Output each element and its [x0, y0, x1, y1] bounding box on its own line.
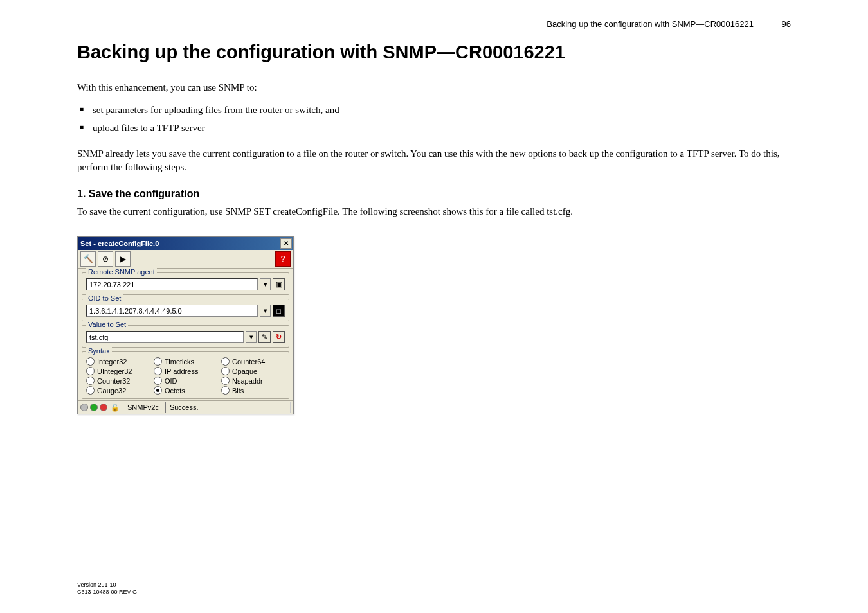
dialog-statusbar: 🔓 SNMPv2c Success. [78, 400, 293, 414]
radio-label: Bits [232, 387, 244, 395]
chevron-down-icon: ▾ [264, 280, 267, 289]
remote-agent-label: Remote SNMP agent [86, 268, 157, 276]
footer-version: Version 291-10 [77, 582, 137, 589]
status-led-1 [80, 404, 88, 411]
value-value: tst.cfg [89, 333, 108, 341]
syntax-label: Syntax [86, 347, 112, 355]
bullet-list: set parameters for uploading files from … [77, 102, 791, 136]
radio-label: Counter64 [232, 358, 265, 366]
dialog-toolbar: 🔨 ⊘ ▶ ? [78, 250, 293, 269]
oid-group: OID to Set 1.3.6.1.4.1.207.8.4.4.4.49.5.… [82, 299, 289, 321]
radio-nsapaddr[interactable]: Nsapaddr [221, 377, 285, 385]
syntax-group: Syntax Integer32 Timeticks Counter64 UIn… [82, 351, 289, 399]
oid-input[interactable]: 1.3.6.1.4.1.207.8.4.4.4.49.5.0 [86, 305, 258, 317]
value-edit-button[interactable]: ✎ [258, 331, 271, 343]
radio-counter64[interactable]: Counter64 [221, 357, 285, 366]
refresh-icon: ↻ [276, 333, 282, 341]
close-icon: ✕ [284, 240, 289, 247]
page-footer: Version 291-10 C613-10488-00 REV G [77, 582, 137, 596]
square-icon: □ [276, 307, 281, 315]
value-group: Value to Set tst.cfg ▾ ✎ ↻ [82, 325, 289, 348]
chevron-down-icon: ▾ [264, 306, 267, 315]
page-title: Backing up the configuration with SNMP—C… [77, 42, 791, 63]
stop-icon: ⊘ [102, 254, 109, 263]
chevron-down-icon: ▾ [249, 333, 253, 341]
remote-agent-browse-button[interactable]: ▣ [273, 278, 285, 290]
status-message-cell: Success. [165, 402, 291, 413]
oid-browse-button[interactable]: □ [273, 305, 285, 317]
status-led-2 [90, 404, 98, 411]
radio-bits[interactable]: Bits [221, 386, 285, 395]
lock-icon: 🔓 [111, 404, 120, 412]
status-message-text: Success. [170, 404, 199, 411]
radio-opaque[interactable]: Opaque [221, 367, 285, 375]
radio-label: Counter32 [97, 377, 130, 385]
value-refresh-button[interactable]: ↻ [273, 331, 285, 343]
help-icon: ? [281, 254, 285, 263]
oid-dropdown[interactable]: ▾ [260, 305, 271, 317]
syntax-radio-grid: Integer32 Timeticks Counter64 UInteger32… [86, 357, 285, 395]
snmp-version-text: SNMPv2c [127, 404, 159, 411]
running-header: Backing up the configuration with SNMP—C… [77, 19, 791, 29]
bullet-item: set parameters for uploading files from … [77, 102, 791, 118]
toolbar-button-help[interactable]: ? [275, 251, 291, 267]
radio-uinteger32[interactable]: UInteger32 [86, 367, 150, 375]
dialog-title: Set - createConfigFile.0 [80, 240, 159, 247]
radio-octets[interactable]: Octets [154, 386, 217, 395]
radio-timeticks[interactable]: Timeticks [154, 357, 217, 366]
value-label: Value to Set [86, 321, 128, 328]
running-title: Backing up the configuration with SNMP—C… [547, 19, 754, 29]
status-led-3 [100, 404, 107, 411]
remote-agent-group: Remote SNMP agent 172.20.73.221 ▾ ▣ [82, 272, 289, 295]
remote-agent-value: 172.20.73.221 [89, 281, 134, 289]
radio-integer32[interactable]: Integer32 [86, 357, 150, 366]
radio-label: Octets [165, 387, 185, 395]
snmp-version-cell: SNMPv2c [123, 402, 163, 413]
value-dropdown[interactable]: ▾ [246, 331, 257, 343]
radio-counter32[interactable]: Counter32 [86, 377, 150, 385]
intro-paragraph: With this enhancement, you can use SNMP … [77, 81, 791, 94]
hammer-icon: 🔨 [84, 254, 93, 263]
oid-label: OID to Set [86, 294, 123, 302]
step-text: To save the current configuration, use S… [77, 205, 791, 218]
bullet-item: upload files to a TFTP server [77, 120, 791, 136]
toolbar-button-3[interactable]: ▶ [115, 251, 131, 267]
oid-value: 1.3.6.1.4.1.207.8.4.4.4.49.5.0 [89, 307, 182, 315]
step-heading: 1. Save the configuration [77, 188, 791, 200]
radio-label: Gauge32 [97, 387, 126, 395]
footer-docid: C613-10488-00 REV G [77, 589, 137, 596]
radio-label: IP address [165, 368, 198, 375]
radio-ipaddress[interactable]: IP address [154, 367, 217, 375]
radio-label: Opaque [232, 368, 257, 375]
remote-agent-input[interactable]: 172.20.73.221 [86, 278, 258, 290]
radio-label: Timeticks [165, 358, 194, 366]
toolbar-button-1[interactable]: 🔨 [80, 251, 96, 267]
radio-label: Integer32 [97, 358, 127, 366]
radio-label: OID [165, 377, 177, 385]
value-input[interactable]: tst.cfg [86, 331, 244, 343]
paragraph: SNMP already lets you save the current c… [77, 147, 791, 174]
edit-icon: ✎ [262, 333, 267, 341]
dialog-titlebar: Set - createConfigFile.0 ✕ [78, 237, 293, 250]
browse-icon: ▣ [276, 280, 282, 289]
radio-gauge32[interactable]: Gauge32 [86, 386, 150, 395]
snmp-set-dialog: Set - createConfigFile.0 ✕ 🔨 ⊘ ▶ ? Remot… [77, 236, 294, 414]
action-icon: ▶ [120, 254, 126, 263]
remote-agent-dropdown[interactable]: ▾ [260, 278, 271, 290]
radio-label: UInteger32 [97, 368, 132, 375]
radio-label: Nsapaddr [232, 377, 263, 385]
radio-oid[interactable]: OID [154, 377, 217, 385]
close-button[interactable]: ✕ [280, 238, 292, 249]
toolbar-button-2[interactable]: ⊘ [98, 251, 113, 267]
page-number: 96 [782, 19, 791, 29]
